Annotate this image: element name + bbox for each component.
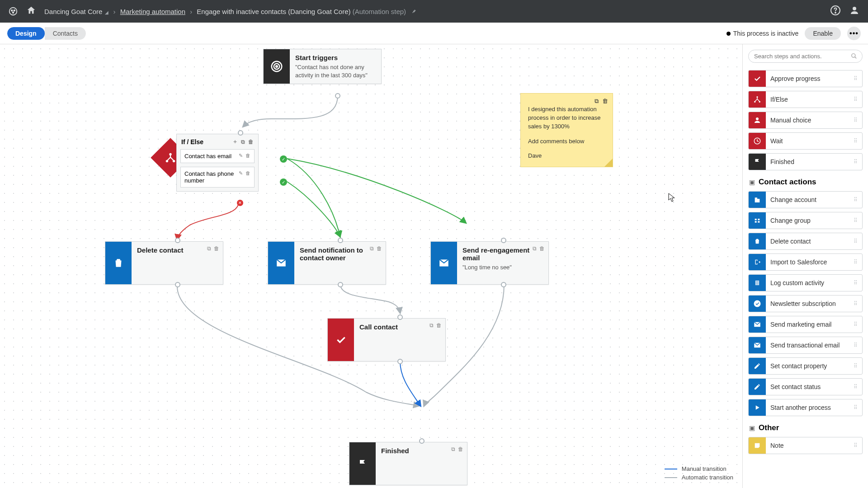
panel-item[interactable]: Note ⠿	[748, 437, 863, 454]
port[interactable]	[335, 93, 340, 99]
home-icon[interactable]	[26, 5, 36, 17]
copy-icon[interactable]: ⧉	[429, 322, 434, 328]
port[interactable]	[501, 238, 506, 243]
automation-canvas[interactable]: Start triggers "Contact has not done any…	[0, 44, 742, 488]
group-icon	[749, 212, 766, 229]
trash-icon[interactable]: 🗑	[539, 245, 545, 252]
copy-icon[interactable]: ⧉	[533, 245, 537, 252]
panel-item[interactable]: Change group ⠿	[748, 212, 863, 229]
tab-design[interactable]: Design	[7, 27, 45, 40]
copy-icon[interactable]: ⧉	[370, 245, 374, 252]
panel-item-label: Set contact property	[766, 362, 862, 370]
trash-icon[interactable]: 🗑	[248, 139, 254, 145]
breadcrumb-site[interactable]: Dancing Goat Core	[44, 8, 102, 15]
trash-icon[interactable]: 🗑	[458, 446, 463, 452]
caret-down-icon[interactable]: ◢	[105, 10, 108, 15]
collapse-icon[interactable]: ▣	[749, 178, 755, 186]
condition-row[interactable]: Contact has phone number ✎ 🗑	[180, 167, 255, 188]
panel-item[interactable]: Send transactional email ⠿	[748, 337, 863, 354]
enable-button[interactable]: Enable	[805, 27, 841, 40]
svg-point-17	[756, 117, 759, 120]
condition-row[interactable]: Contact has email ✎ 🗑	[180, 149, 255, 163]
port[interactable]	[397, 314, 403, 320]
edit-icon[interactable]: ✎	[239, 153, 243, 159]
port[interactable]	[175, 238, 180, 243]
node-finished[interactable]: Finished ⧉🗑	[349, 442, 467, 485]
drag-grip-icon: ⠿	[854, 280, 859, 286]
drag-grip-icon: ⠿	[854, 197, 859, 203]
trash-icon[interactable]: 🗑	[436, 322, 442, 328]
breadcrumb-link[interactable]: Marketing automation	[120, 8, 185, 15]
node-send-notification[interactable]: Send notification to contact owner ⧉🗑	[268, 241, 386, 285]
panel-item[interactable]: Set contact status ⠿	[748, 378, 863, 395]
svg-point-13	[852, 54, 855, 57]
node-call-contact[interactable]: Call contact ⧉🗑	[327, 318, 446, 361]
panel-item[interactable]: Start another process ⠿	[748, 399, 863, 416]
add-icon[interactable]: ＋	[232, 138, 238, 145]
panel-item-label: Manual choice	[766, 117, 862, 124]
trash-icon[interactable]: 🗑	[245, 170, 250, 176]
panel-item[interactable]: Wait ⠿	[748, 132, 863, 150]
panel-item[interactable]: Change account ⠿	[748, 191, 863, 208]
panel-item-label: Set contact status	[766, 383, 862, 390]
port[interactable]	[419, 438, 425, 444]
check-icon	[749, 70, 766, 87]
section-header-contact[interactable]: ▣ Contact actions	[749, 178, 863, 187]
user-icon[interactable]	[849, 5, 860, 18]
panel-item[interactable]: Import to Salesforce ⠿	[748, 253, 863, 271]
node-title: If / Else	[181, 138, 203, 145]
breadcrumb-suffix: (Automation step)	[353, 8, 406, 15]
pin-icon[interactable]	[411, 8, 417, 15]
collapse-icon[interactable]: ▣	[749, 424, 755, 432]
panel-item[interactable]: Manual choice ⠿	[748, 112, 863, 129]
trash-icon[interactable]: 🗑	[245, 153, 250, 158]
copy-icon[interactable]: ⧉	[594, 97, 599, 106]
list-icon	[749, 275, 766, 291]
copy-icon[interactable]: ⧉	[451, 446, 455, 452]
sticky-note[interactable]: ⧉🗑 I designed this automation process in…	[520, 93, 613, 167]
port[interactable]	[238, 130, 243, 136]
search-input[interactable]	[748, 50, 863, 63]
port[interactable]	[338, 238, 343, 243]
panel-item[interactable]: If/Else ⠿	[748, 91, 863, 108]
copy-icon[interactable]: ⧉	[207, 245, 211, 252]
drag-grip-icon: ⠿	[854, 138, 859, 144]
panel-item[interactable]: Finished ⠿	[748, 153, 863, 170]
svg-point-3	[13, 12, 14, 13]
panel-item[interactable]: Newsletter subscription ⠿	[748, 295, 863, 312]
port[interactable]	[175, 282, 180, 287]
trash-icon	[749, 233, 766, 249]
node-start[interactable]: Start triggers "Contact has not done any…	[263, 49, 382, 84]
check-icon: ✓	[280, 155, 287, 163]
trash-icon[interactable]: 🗑	[602, 97, 608, 106]
port[interactable]	[397, 359, 403, 364]
port[interactable]	[501, 282, 506, 287]
legend-manual: Manual transition	[682, 465, 726, 472]
panel-item[interactable]: Delete contact ⠿	[748, 233, 863, 250]
node-title: Call contact	[359, 323, 440, 331]
port[interactable]	[338, 282, 343, 287]
tab-contacts[interactable]: Contacts	[45, 27, 86, 40]
edit-icon[interactable]: ✎	[239, 170, 243, 176]
check-icon	[328, 319, 354, 361]
panel-item[interactable]: Send marketing email ⠿	[748, 316, 863, 333]
help-icon[interactable]	[830, 5, 841, 18]
panel-item-label: Send transactional email	[766, 342, 862, 349]
top-bar: Dancing Goat Core◢ › Marketing automatio…	[0, 0, 868, 23]
panel-item[interactable]: Log custom activity ⠿	[748, 274, 863, 291]
trash-icon[interactable]: 🗑	[214, 245, 219, 252]
more-button[interactable]: •••	[847, 27, 861, 40]
node-delete-contact[interactable]: Delete contact ⧉🗑	[105, 241, 223, 285]
section-header-other[interactable]: ▣ Other	[749, 423, 863, 432]
node-reengagement-email[interactable]: Send re-engagement email "Long time no s…	[430, 241, 549, 285]
sticky-text: I designed this automation process in or…	[528, 105, 605, 131]
steps-sidebar: Approve progress ⠿ If/Else ⠿ Manual choi…	[742, 44, 868, 488]
panel-item[interactable]: Set contact property ⠿	[748, 357, 863, 375]
trash-icon[interactable]: 🗑	[377, 245, 382, 252]
svg-point-0	[9, 8, 17, 15]
app-logo-icon[interactable]	[8, 6, 18, 16]
node-title: Send re-engagement email	[462, 246, 543, 262]
drag-grip-icon: ⠿	[854, 342, 859, 348]
copy-icon[interactable]: ⧉	[241, 139, 245, 145]
panel-item[interactable]: Approve progress ⠿	[748, 70, 863, 87]
